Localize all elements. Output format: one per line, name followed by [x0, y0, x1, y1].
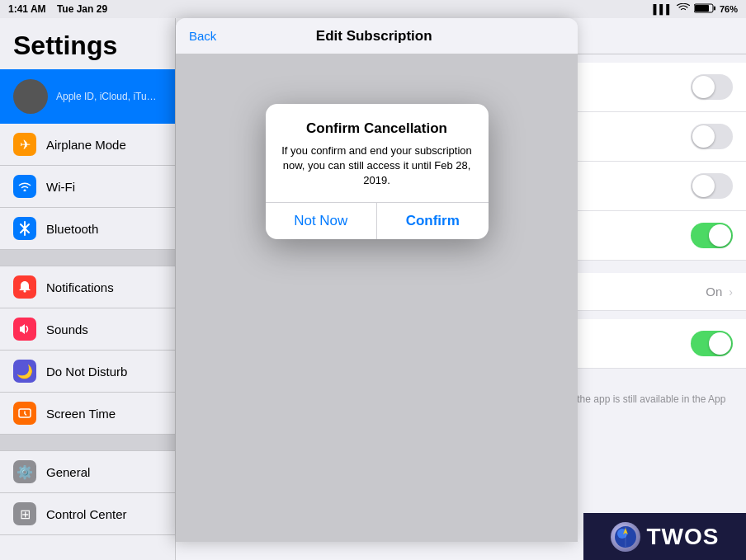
notifications-label: Notifications	[46, 280, 114, 294]
on-chevron-icon: ›	[729, 285, 733, 299]
edit-subscription-sheet: Back Edit Subscription Confirm Cancellat…	[176, 18, 578, 542]
control-center-label: Control Center	[46, 507, 127, 521]
sidebar-item-screen-time[interactable]: Screen Time	[0, 393, 175, 435]
alert-buttons: Not Now Confirm	[266, 202, 489, 239]
sidebar-section-2: Notifications Sounds 🌙 Do Not Disturb	[0, 266, 175, 435]
sheet-body: Confirm Cancellation If you confirm and …	[176, 54, 578, 542]
sidebar-section-3: ⚙️ General ⊞ Control Center	[0, 451, 175, 535]
cellular-icon: ▌▌▌	[654, 4, 673, 14]
wifi-icon	[677, 3, 690, 15]
svg-point-3	[24, 190, 26, 192]
notifications-icon	[13, 275, 36, 299]
airplane-mode-icon: ✈	[13, 133, 36, 156]
toggle-1[interactable]	[691, 74, 733, 100]
sidebar-item-notifications[interactable]: Notifications	[0, 266, 175, 308]
alert-dialog: Confirm Cancellation If you confirm and …	[266, 104, 489, 239]
sidebar-item-control-center[interactable]: ⊞ Control Center	[0, 493, 175, 535]
svg-rect-1	[714, 7, 715, 11]
do-not-disturb-label: Do Not Disturb	[46, 365, 127, 379]
sidebar-section-1: ✈ Airplane Mode Wi-Fi Bluetooth	[0, 124, 175, 250]
row-2-right	[691, 124, 733, 149]
sidebar-item-sounds[interactable]: Sounds	[0, 308, 175, 351]
svg-rect-2	[695, 5, 709, 12]
on-value: On	[706, 285, 722, 299]
toggle-knob-5	[709, 332, 731, 355]
do-not-disturb-icon: 🌙	[13, 360, 36, 383]
status-icons: ▌▌▌ 76%	[654, 3, 738, 15]
alert-title: Confirm Cancellation	[279, 120, 475, 137]
time: 1:41 AM	[8, 3, 46, 15]
status-time: 1:41 AM Tue Jan 29	[8, 3, 107, 15]
sidebar-item-bluetooth[interactable]: Bluetooth	[0, 208, 175, 250]
wifi-icon	[13, 175, 36, 198]
toggle-knob-3	[692, 175, 715, 197]
sheet-back-button[interactable]: Back	[189, 29, 216, 43]
sounds-icon	[13, 318, 36, 341]
sidebar-divider-1	[0, 250, 175, 266]
toggle-4[interactable]	[691, 223, 733, 248]
alert-message: If you confirm and end your subscription…	[279, 144, 475, 189]
sounds-label: Sounds	[46, 322, 88, 336]
row-4-right	[691, 223, 733, 248]
bluetooth-icon	[13, 217, 36, 240]
not-now-button[interactable]: Not Now	[266, 203, 378, 239]
control-center-icon: ⊞	[13, 502, 36, 525]
on-row-right: On ›	[706, 285, 733, 299]
toggle-knob-2	[692, 125, 715, 148]
twos-text: TWOS	[647, 524, 720, 550]
account-subtitle: Apple ID, iCloud, iTunes a	[56, 91, 162, 102]
general-label: General	[46, 465, 90, 479]
row-5-right	[691, 331, 733, 356]
avatar	[13, 79, 48, 114]
screen-time-label: Screen Time	[46, 407, 116, 421]
date: Tue Jan 29	[57, 3, 107, 15]
battery-percent: 76%	[720, 4, 738, 14]
status-bar: 1:41 AM Tue Jan 29 ▌▌▌ 76%	[0, 0, 746, 18]
row-1-right	[691, 74, 733, 100]
twos-watermark: TWOS	[583, 513, 746, 560]
sidebar: Settings Apple ID, iCloud, iTunes a ✈ Ai…	[0, 18, 176, 560]
sidebar-divider-2	[0, 435, 175, 451]
sidebar-item-airplane-mode[interactable]: ✈ Airplane Mode	[0, 124, 175, 166]
toggle-2[interactable]	[691, 124, 733, 149]
toggle-knob-1	[692, 76, 715, 98]
sidebar-item-wifi[interactable]: Wi-Fi	[0, 166, 175, 208]
screen-time-icon	[13, 402, 36, 425]
sidebar-title: Settings	[0, 18, 175, 69]
toggle-3[interactable]	[691, 173, 733, 199]
battery-icon	[694, 3, 715, 15]
twos-logo	[611, 522, 640, 552]
general-icon: ⚙️	[13, 460, 36, 483]
row-3-right	[691, 173, 733, 199]
toggle-5[interactable]	[691, 331, 733, 356]
sheet-nav: Back Edit Subscription	[176, 18, 578, 54]
alert-content: Confirm Cancellation If you confirm and …	[266, 104, 489, 202]
bluetooth-label: Bluetooth	[46, 222, 98, 236]
sidebar-item-general[interactable]: ⚙️ General	[0, 451, 175, 493]
airplane-mode-label: Airplane Mode	[46, 138, 126, 152]
wifi-label: Wi-Fi	[46, 180, 75, 194]
sidebar-account[interactable]: Apple ID, iCloud, iTunes a	[0, 69, 175, 124]
sheet-title: Edit Subscription	[316, 28, 432, 45]
toggle-knob-4	[709, 224, 731, 247]
svg-rect-4	[24, 290, 26, 293]
confirm-button[interactable]: Confirm	[377, 203, 489, 239]
sidebar-item-do-not-disturb[interactable]: 🌙 Do Not Disturb	[0, 351, 175, 393]
